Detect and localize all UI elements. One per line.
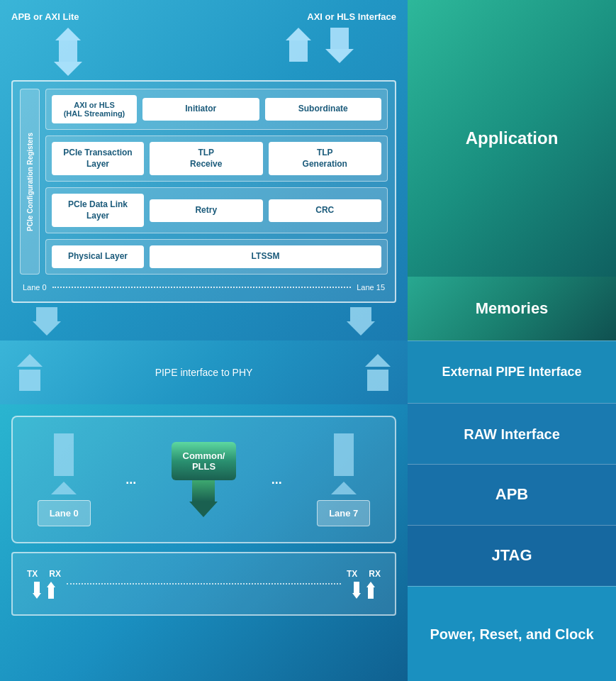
top-section: APB or AXI Lite AXI or HLS Interface: [0, 0, 408, 340]
pipe-left-arrow: [33, 307, 61, 336]
axi-hls-row: AXI or HLS (HAL Streaming) Initiator Sub…: [45, 89, 388, 130]
txrx-section: TX RX: [11, 552, 396, 616]
jtag-block: JTAG: [408, 525, 616, 586]
lane7-arrow-head: [331, 482, 357, 494]
ltssm-box: LTSSM: [150, 245, 381, 268]
tlp-generation-label: TLP Generation: [303, 148, 347, 169]
right-rx-label: RX: [369, 569, 381, 579]
txrx-dotted-line: [67, 583, 341, 585]
transaction-layer-box: PCIe Transaction Layer: [52, 142, 144, 175]
ellipsis-2: ...: [271, 472, 282, 487]
lane-row: Lane 0 Lane 15: [20, 280, 388, 294]
axi-hls-label: AXI or HLS Interface: [307, 11, 396, 22]
jtag-label: JTAG: [491, 546, 532, 566]
apb-axi-arrow: [54, 28, 82, 76]
raw-label: RAW Interface: [464, 425, 560, 443]
tlp-receive-label: TLP Receive: [190, 148, 222, 169]
apb-axi-label: APB or AXI Lite: [11, 11, 79, 22]
common-plls-box: Common/ PLLS: [172, 442, 237, 480]
pcie-config-label: PCIe Configuration Registers: [26, 133, 34, 231]
pipe-label: PIPE interface to PHY: [43, 367, 365, 378]
tlp-generation-box: TLP Generation: [269, 142, 382, 175]
pcie-config-wrapper: PCIe Configuration Registers AXI or HLS …: [20, 89, 388, 275]
right-tx-label: TX: [347, 569, 357, 579]
initiator-box: Initiator: [142, 98, 259, 121]
datalink-row: PCIe Data Link Layer Retry CRC: [45, 187, 388, 233]
retry-box: Retry: [150, 199, 263, 222]
subordinate-box: Subordinate: [265, 98, 382, 121]
power-label: Power, Reset, and Clock: [430, 625, 593, 643]
lane0-arrow-head: [51, 482, 77, 494]
top-labels-row: APB or AXI Lite AXI or HLS Interface: [11, 11, 396, 22]
ext-pipe-label: External PIPE Interface: [442, 364, 581, 380]
datalink-label: PCIe Data Link Layer: [68, 199, 128, 221]
power-block: Power, Reset, and Clock: [408, 586, 616, 681]
phy-lane7-box: Lane 7: [317, 500, 370, 526]
dotted-separator: [52, 287, 352, 288]
axi-hls-text: AXI or HLS (HAL Streaming): [64, 101, 125, 118]
apb-label: APB: [495, 485, 528, 505]
phy-lanes-box: Lane 0 ... Common/ PLLS ... Lane 7: [11, 416, 396, 543]
physical-layer-box: Physical Layer: [52, 245, 144, 268]
axi-hls-arrow-left: [286, 28, 311, 76]
left-tx-arrow: [33, 582, 41, 599]
lane-15-label: Lane 15: [357, 283, 385, 292]
main-container: APB or AXI Lite AXI or HLS Interface: [0, 0, 616, 681]
axi-hls-arrow-right: [325, 28, 354, 76]
ellipsis-1: ...: [125, 472, 136, 487]
phy-section: Lane 0 ... Common/ PLLS ... Lane 7: [0, 404, 408, 681]
memories-block: Memories: [408, 277, 616, 340]
right-tx-arrow: [352, 582, 361, 599]
left-txrx-labels: TX RX: [27, 569, 61, 579]
pcie-config-bar: PCIe Configuration Registers: [20, 89, 40, 275]
ext-pipe-block: External PIPE Interface: [408, 340, 616, 403]
lane0-arrow-shaft: [54, 433, 74, 476]
transaction-label: PCIe Transaction Layer: [63, 148, 132, 169]
lane-0-label: Lane 0: [23, 283, 47, 292]
transaction-row: PCIe Transaction Layer TLP Receive TLP G…: [45, 135, 388, 182]
right-rx-arrow: [366, 582, 375, 599]
left-rx-arrow: [47, 582, 55, 599]
crc-box: CRC: [269, 199, 382, 222]
green-arrow-head: [189, 502, 218, 517]
axi-hls-box: AXI or HLS (HAL Streaming): [52, 95, 137, 123]
common-plls-label: Common/ PLLS: [183, 450, 225, 472]
left-rx-label: RX: [49, 569, 61, 579]
tlp-receive-box: TLP Receive: [150, 142, 263, 175]
raw-block: RAW Interface: [408, 403, 616, 464]
memories-label: Memories: [476, 299, 549, 319]
pipe-right-arrow: [347, 307, 375, 336]
pipe-connector: PIPE interface to PHY: [0, 340, 408, 404]
right-txrx-labels: TX RX: [347, 569, 381, 579]
layers-stack: AXI or HLS (HAL Streaming) Initiator Sub…: [45, 89, 388, 275]
application-label: Application: [466, 127, 559, 149]
right-panel: Application Memories External PIPE Inter…: [408, 0, 616, 681]
lane7-arrow-shaft: [334, 433, 354, 476]
left-tx-label: TX: [27, 569, 38, 579]
apb-block: APB: [408, 464, 616, 525]
datalink-layer-box: PCIe Data Link Layer: [52, 194, 144, 227]
green-arrow-shaft: [192, 480, 215, 502]
phy-lane0-box: Lane 0: [38, 500, 91, 526]
left-panel: APB or AXI Lite AXI or HLS Interface: [0, 0, 408, 681]
controller-box: PCIe Configuration Registers AXI or HLS …: [11, 80, 396, 303]
application-block: Application: [408, 0, 616, 277]
physical-row: Physical Layer LTSSM: [45, 239, 388, 275]
